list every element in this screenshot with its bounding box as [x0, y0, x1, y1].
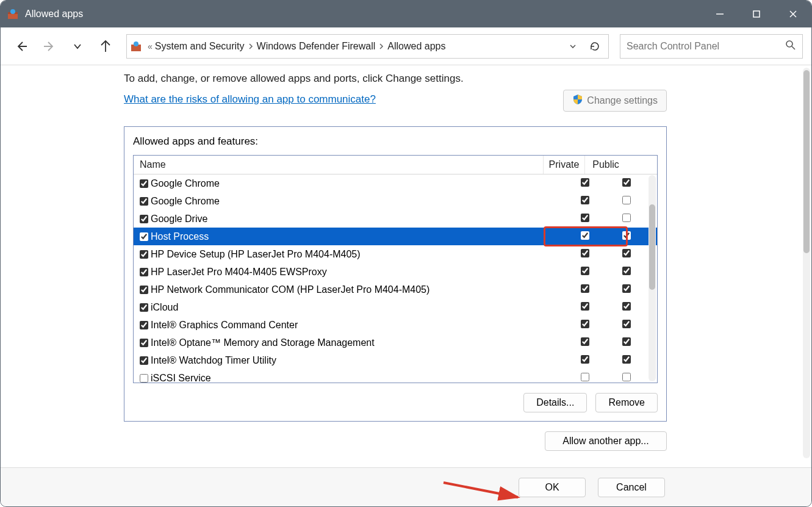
- row-enabled-checkbox[interactable]: [140, 268, 148, 276]
- row-private-checkbox[interactable]: [581, 373, 589, 381]
- table-row[interactable]: HP Network Communicator COM (HP LaserJet…: [134, 281, 657, 298]
- row-name: HP Network Communicator COM (HP LaserJet…: [151, 284, 564, 295]
- row-name: Intel® Graphics Command Center: [151, 320, 564, 331]
- row-private-checkbox[interactable]: [581, 320, 589, 328]
- table-scrollbar[interactable]: [649, 175, 656, 381]
- cancel-button[interactable]: Cancel: [598, 478, 665, 497]
- row-enabled-checkbox[interactable]: [140, 286, 148, 294]
- table-row[interactable]: Intel® Graphics Command Center: [134, 316, 657, 334]
- row-enabled-checkbox[interactable]: [140, 215, 148, 223]
- row-name: Google Drive: [151, 214, 564, 225]
- row-enabled-checkbox[interactable]: [140, 197, 148, 206]
- breadcrumb-ellipsis[interactable]: «: [148, 41, 153, 51]
- row-private-checkbox[interactable]: [581, 267, 589, 275]
- breadcrumb-firewall[interactable]: Windows Defender Firewall: [257, 41, 386, 52]
- search-box[interactable]: [620, 34, 803, 59]
- table-row[interactable]: Google Drive: [134, 210, 657, 228]
- row-public-checkbox[interactable]: [622, 249, 631, 257]
- row-private-checkbox[interactable]: [581, 178, 589, 187]
- address-bar[interactable]: « System and Security Windows Defender F…: [126, 34, 609, 59]
- row-private-checkbox[interactable]: [581, 214, 589, 222]
- table-row[interactable]: Google Chrome: [134, 174, 657, 192]
- row-enabled-checkbox[interactable]: [140, 232, 148, 241]
- row-name: Intel® Watchdog Timer Utility: [151, 355, 564, 366]
- allow-another-app-button[interactable]: Allow another app...: [545, 431, 667, 451]
- row-public-checkbox[interactable]: [622, 337, 631, 346]
- row-private-checkbox[interactable]: [581, 196, 589, 204]
- breadcrumb-allowed-apps[interactable]: Allowed apps: [387, 41, 445, 52]
- column-private[interactable]: Private: [544, 156, 585, 174]
- row-private-checkbox[interactable]: [581, 337, 589, 346]
- table-row[interactable]: iSCSI Service: [134, 369, 657, 383]
- column-name[interactable]: Name: [134, 156, 544, 174]
- row-public-checkbox[interactable]: [622, 178, 631, 187]
- breadcrumb-system-security[interactable]: System and Security: [155, 41, 254, 52]
- table-scrollbar-thumb[interactable]: [649, 204, 655, 290]
- row-public-checkbox[interactable]: [622, 284, 631, 293]
- svg-line-13: [792, 46, 795, 49]
- up-button[interactable]: [93, 34, 118, 59]
- svg-line-14: [444, 483, 518, 497]
- row-enabled-checkbox[interactable]: [140, 303, 148, 312]
- row-enabled-checkbox[interactable]: [140, 179, 148, 188]
- remove-button[interactable]: Remove: [595, 393, 658, 412]
- row-public-checkbox[interactable]: [622, 355, 631, 364]
- row-public-checkbox[interactable]: [622, 373, 631, 381]
- row-public-checkbox[interactable]: [622, 214, 631, 222]
- search-input[interactable]: [627, 41, 785, 52]
- instruction-text: To add, change, or remove allowed apps a…: [124, 73, 667, 85]
- risks-link[interactable]: What are the risks of allowing an app to…: [124, 93, 376, 105]
- row-enabled-checkbox[interactable]: [140, 374, 148, 383]
- row-public-checkbox[interactable]: [622, 320, 631, 328]
- table-row[interactable]: HP LaserJet Pro M404-M405 EWSProxy: [134, 263, 657, 281]
- search-icon[interactable]: [785, 40, 796, 53]
- back-button[interactable]: [9, 34, 34, 59]
- refresh-button[interactable]: [585, 37, 605, 56]
- row-public-checkbox[interactable]: [622, 231, 631, 240]
- minimize-button[interactable]: [702, 1, 738, 27]
- table-row[interactable]: Google Chrome: [134, 192, 657, 210]
- svg-point-11: [134, 41, 138, 46]
- row-enabled-checkbox[interactable]: [140, 321, 148, 329]
- page-scrollbar-thumb[interactable]: [803, 70, 810, 253]
- change-settings-button[interactable]: Change settings: [563, 90, 667, 112]
- svg-point-2: [10, 9, 15, 14]
- row-name: Host Process: [151, 231, 564, 242]
- row-private-checkbox[interactable]: [581, 284, 589, 293]
- row-private-checkbox[interactable]: [581, 355, 589, 364]
- row-private-checkbox[interactable]: [581, 302, 589, 311]
- forward-button[interactable]: [37, 34, 62, 59]
- row-enabled-checkbox[interactable]: [140, 339, 148, 347]
- table-row[interactable]: Host Process: [134, 228, 657, 245]
- page-scrollbar[interactable]: [803, 68, 810, 458]
- window-title: Allowed apps: [25, 9, 702, 20]
- ok-button[interactable]: OK: [519, 478, 586, 497]
- row-public-checkbox[interactable]: [622, 267, 631, 275]
- row-name: iCloud: [151, 302, 564, 313]
- table-header: Name Private Public: [134, 156, 657, 174]
- row-private-checkbox[interactable]: [581, 249, 589, 257]
- maximize-button[interactable]: [738, 1, 775, 27]
- row-private-checkbox[interactable]: [581, 231, 589, 240]
- row-name: Google Chrome: [151, 196, 564, 207]
- allowed-apps-groupbox: Allowed apps and features: Name Private …: [124, 126, 667, 422]
- table-row[interactable]: Intel® Optane™ Memory and Storage Manage…: [134, 334, 657, 351]
- row-enabled-checkbox[interactable]: [140, 250, 148, 259]
- shield-icon: [572, 94, 583, 107]
- row-enabled-checkbox[interactable]: [140, 356, 148, 365]
- recent-locations-button[interactable]: [65, 34, 90, 59]
- location-icon: [131, 40, 143, 52]
- table-row[interactable]: iCloud: [134, 298, 657, 316]
- row-name: Google Chrome: [151, 178, 564, 189]
- details-button[interactable]: Details...: [523, 393, 587, 412]
- row-public-checkbox[interactable]: [622, 302, 631, 311]
- close-button[interactable]: [775, 1, 811, 27]
- column-public[interactable]: Public: [585, 156, 627, 174]
- svg-rect-4: [753, 11, 760, 17]
- address-dropdown-button[interactable]: [563, 37, 583, 56]
- row-name: HP LaserJet Pro M404-M405 EWSProxy: [151, 267, 564, 278]
- table-row[interactable]: Intel® Watchdog Timer Utility: [134, 351, 657, 369]
- table-row[interactable]: HP Device Setup (HP LaserJet Pro M404-M4…: [134, 245, 657, 263]
- row-public-checkbox[interactable]: [622, 196, 631, 204]
- firewall-icon: [7, 8, 19, 20]
